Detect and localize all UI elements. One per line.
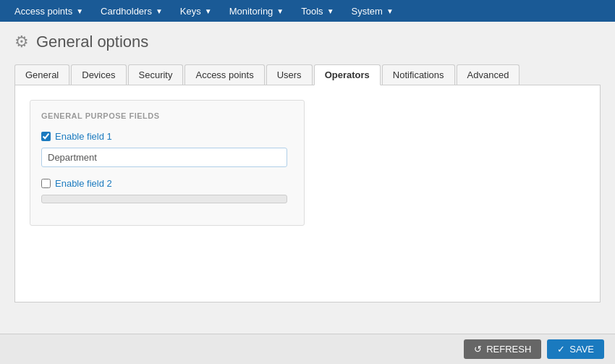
field1-group: Enable field 1 — [41, 131, 293, 167]
refresh-button[interactable]: ↺ REFRESH — [464, 339, 541, 359]
bottom-bar: ↺ REFRESH ✓ SAVE — [0, 334, 615, 364]
page-title-row: ⚙ General options — [14, 33, 601, 51]
page-content: ⚙ General options General Devices Securi… — [0, 22, 615, 313]
nav-access-points-caret: ▼ — [76, 7, 83, 15]
field2-group: Enable field 2 — [41, 178, 293, 203]
refresh-icon: ↺ — [474, 344, 482, 355]
field1-checkbox-label[interactable]: Enable field 1 — [41, 131, 293, 142]
save-button[interactable]: ✓ SAVE — [547, 339, 604, 359]
field2-input-disabled — [41, 195, 287, 203]
nav-system[interactable]: System ▼ — [343, 0, 402, 22]
nav-system-caret: ▼ — [386, 7, 394, 15]
nav-monitoring[interactable]: Monitoring ▼ — [221, 0, 293, 22]
tab-general[interactable]: General — [14, 64, 69, 85]
save-icon: ✓ — [557, 344, 565, 355]
gear-icon: ⚙ — [14, 33, 29, 51]
navbar: Access points ▼ Cardholders ▼ Keys ▼ Mon… — [0, 0, 615, 22]
tab-advanced[interactable]: Advanced — [457, 64, 520, 85]
tab-operators[interactable]: Operators — [314, 64, 381, 85]
nav-monitoring-caret: ▼ — [276, 7, 284, 15]
field1-checkbox[interactable] — [41, 132, 51, 141]
page-title: General options — [36, 33, 148, 51]
section-title: GENERAL PURPOSE FIELDS — [41, 111, 293, 120]
tab-security[interactable]: Security — [128, 64, 184, 85]
nav-tools-caret: ▼ — [327, 7, 334, 15]
tabs-bar: General Devices Security Access points U… — [14, 64, 601, 85]
nav-keys[interactable]: Keys ▼ — [171, 0, 221, 22]
tab-users[interactable]: Users — [266, 64, 313, 85]
general-purpose-fields-card: GENERAL PURPOSE FIELDS Enable field 1 En… — [30, 100, 305, 226]
tab-access-points[interactable]: Access points — [184, 64, 264, 85]
nav-keys-caret: ▼ — [205, 7, 212, 15]
nav-access-points[interactable]: Access points ▼ — [6, 0, 92, 22]
field2-checkbox[interactable] — [41, 179, 51, 188]
tab-notifications[interactable]: Notifications — [382, 64, 455, 85]
nav-cardholders[interactable]: Cardholders ▼ — [92, 0, 171, 22]
field1-input[interactable] — [41, 148, 287, 167]
main-panel: GENERAL PURPOSE FIELDS Enable field 1 En… — [14, 85, 601, 302]
tab-devices[interactable]: Devices — [71, 64, 126, 85]
nav-cardholders-caret: ▼ — [156, 7, 163, 15]
nav-tools[interactable]: Tools ▼ — [292, 0, 342, 22]
field2-checkbox-label[interactable]: Enable field 2 — [41, 178, 293, 189]
